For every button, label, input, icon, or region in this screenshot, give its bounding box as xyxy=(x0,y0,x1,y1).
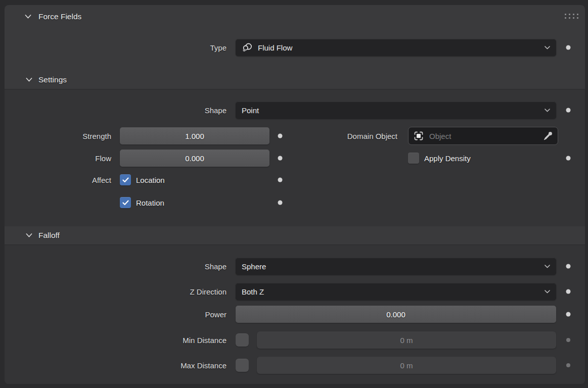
falloff-shape-dropdown[interactable]: Sphere xyxy=(236,258,556,275)
collapse-chevron-icon[interactable] xyxy=(26,233,32,237)
decorator-dot[interactable] xyxy=(566,156,571,161)
domain-object-placeholder: Object xyxy=(429,132,451,140)
decorator-dot xyxy=(566,338,570,342)
decorator-dot[interactable] xyxy=(278,134,283,138)
decorator-dot[interactable] xyxy=(278,178,283,182)
eyedropper-icon[interactable] xyxy=(543,131,553,141)
type-value: Fluid Flow xyxy=(258,43,292,52)
affect-label: Affect xyxy=(92,176,111,184)
settings-shape-dropdown[interactable]: Point xyxy=(236,102,556,119)
panel-title[interactable]: Force Fields xyxy=(38,12,81,21)
domain-object-field[interactable]: Object xyxy=(408,127,558,145)
flow-value: 0.000 xyxy=(185,154,204,163)
affect-location-checkbox[interactable] xyxy=(120,174,131,185)
domain-object-label: Domain Object xyxy=(347,132,397,140)
decorator-dot[interactable] xyxy=(566,108,571,113)
settings-section-header[interactable]: Settings xyxy=(38,75,67,84)
strength-label: Strength xyxy=(82,132,111,140)
apply-density-checkbox[interactable] xyxy=(408,153,419,164)
decorator-dot[interactable] xyxy=(278,201,283,205)
force-fields-properties-panel: Force Fields Type Fluid Flow Settings Sh… xyxy=(0,0,588,388)
min-distance-checkbox[interactable] xyxy=(236,333,249,347)
settings-shape-label: Shape xyxy=(205,106,227,115)
power-value: 0.000 xyxy=(386,310,405,319)
decorator-dot[interactable] xyxy=(566,45,571,50)
type-label: Type xyxy=(210,43,227,52)
min-distance-label: Min Distance xyxy=(183,336,227,345)
flow-label: Flow xyxy=(95,154,111,163)
decorator-dot[interactable] xyxy=(566,312,571,317)
power-slider[interactable]: 0.000 xyxy=(236,306,556,323)
max-distance-value: 0 m xyxy=(400,361,413,370)
chevron-down-icon xyxy=(545,109,550,112)
power-label: Power xyxy=(205,310,227,319)
min-distance-field: 0 m xyxy=(257,331,556,349)
chevron-down-icon xyxy=(545,265,550,268)
strength-value: 1.000 xyxy=(185,132,204,140)
max-distance-field: 0 m xyxy=(257,357,556,374)
chevron-down-icon xyxy=(545,46,550,50)
type-dropdown[interactable]: Fluid Flow xyxy=(236,39,556,56)
z-direction-dropdown[interactable]: Both Z xyxy=(236,283,556,300)
collapse-chevron-icon[interactable] xyxy=(25,15,31,19)
decorator-dot[interactable] xyxy=(278,156,283,161)
chevron-down-icon xyxy=(545,290,550,294)
fluid-flow-icon xyxy=(242,42,253,53)
collapse-chevron-icon[interactable] xyxy=(26,78,32,82)
max-distance-checkbox[interactable] xyxy=(236,359,249,372)
decorator-dot[interactable] xyxy=(566,289,571,294)
object-data-icon xyxy=(413,130,424,141)
decorator-dot xyxy=(566,363,570,367)
checkmark-icon xyxy=(122,200,129,206)
apply-density-label: Apply Density xyxy=(424,154,471,163)
affect-rotation-checkbox[interactable] xyxy=(120,197,131,208)
checkmark-icon xyxy=(122,177,129,183)
falloff-shape-value: Sphere xyxy=(242,262,266,271)
max-distance-label: Max Distance xyxy=(180,361,227,370)
falloff-shape-label: Shape xyxy=(205,262,227,271)
falloff-section-header[interactable]: Falloff xyxy=(38,231,60,240)
decorator-dot[interactable] xyxy=(566,264,571,269)
affect-location-label: Location xyxy=(136,176,165,184)
z-direction-label: Z Direction xyxy=(190,287,227,296)
settings-shape-value: Point xyxy=(242,106,259,115)
strength-slider[interactable]: 1.000 xyxy=(120,127,269,144)
min-distance-value: 0 m xyxy=(400,336,413,345)
flow-slider[interactable]: 0.000 xyxy=(120,150,269,167)
affect-rotation-label: Rotation xyxy=(136,199,164,207)
drag-handle-icon[interactable] xyxy=(565,14,578,19)
z-direction-value: Both Z xyxy=(242,287,264,296)
